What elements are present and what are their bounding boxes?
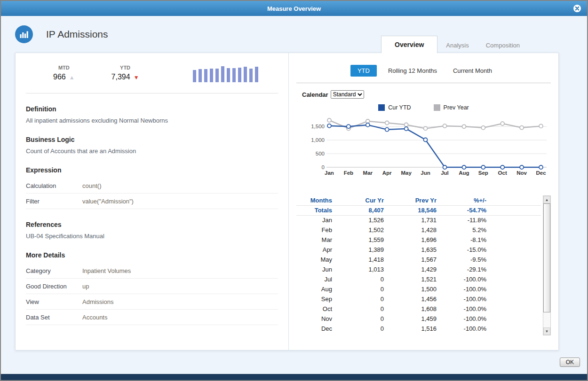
table-row: Feb1,5021,4285.2% [296, 225, 541, 235]
calendar-select[interactable]: Standard [331, 90, 364, 99]
detail-row-view: View Admissions [26, 294, 278, 310]
table-cell: 1,459 [386, 314, 438, 324]
svg-text:Jun: Jun [421, 170, 430, 176]
monthly-data-table: MonthsCur YrPrev Yr%+/-Totals8,40718,546… [296, 195, 541, 334]
table-cell: -100.0% [438, 294, 488, 304]
tab-composition[interactable]: Composition [477, 38, 528, 53]
table-row: Mar1,5591,696-8.1% [296, 235, 541, 245]
detail-row-data-set: Data Set Accounts [26, 310, 278, 325]
legend-item-prev-year: Prev Year [434, 104, 469, 111]
table-cell: Dec [296, 324, 334, 334]
mtd-label: MTD [53, 65, 75, 70]
table-cell: -11.8% [438, 215, 488, 225]
trend-line-chart: 05001,0001,500JanFebMarAprMayJunJulAugSe… [296, 112, 551, 184]
table-cell [488, 225, 541, 235]
table-cell: 1,429 [386, 264, 438, 274]
definition-heading: Definition [26, 105, 278, 113]
table-cell [488, 264, 541, 274]
tab-analysis[interactable]: Analysis [437, 38, 477, 53]
table-cell: 1,521 [386, 274, 438, 284]
scroll-up-icon[interactable]: ▲ [543, 196, 550, 203]
spark-bar [244, 67, 247, 82]
monthly-table-area: MonthsCur YrPrev Yr%+/-Totals8,40718,546… [296, 195, 551, 335]
tab-bar: Overview Analysis Composition [381, 36, 528, 53]
tab-overview[interactable]: Overview [381, 36, 437, 53]
expression-row-filter: Filter value("Admission") [26, 194, 278, 209]
table-cell: 5.2% [438, 225, 488, 235]
page-title: IP Admissions [46, 29, 108, 40]
legend-label: Cur YTD [388, 104, 411, 111]
table-cell: May [296, 255, 334, 264]
svg-text:0: 0 [322, 164, 325, 170]
scroll-down-icon[interactable]: ▼ [543, 327, 550, 335]
measure-overview-dialog: Measure Overview IP Admissions Overview … [0, 0, 588, 381]
svg-text:1,500: 1,500 [311, 124, 325, 129]
scroll-track[interactable] [543, 203, 550, 327]
row-value: Admissions [82, 298, 113, 305]
table-cell: 1,526 [334, 215, 386, 225]
trend-panel: YTD Rolling 12 Months Current Month Cale… [289, 53, 558, 350]
svg-text:Nov: Nov [516, 170, 527, 176]
table-row: May1,4181,567-9.5% [296, 255, 541, 264]
table-cell: -100.0% [438, 274, 488, 284]
svg-text:500: 500 [316, 151, 325, 156]
table-cell: -100.0% [438, 304, 488, 314]
svg-text:May: May [401, 170, 412, 176]
svg-text:Feb: Feb [344, 170, 353, 176]
table-cell: Jul [296, 274, 334, 284]
ok-button[interactable]: OK [560, 358, 580, 367]
up-triangle-icon: ▲ [69, 74, 75, 81]
spark-bar [227, 68, 230, 82]
summary-row: MTD 966▲ YTD 7,394▼ [26, 53, 278, 93]
down-triangle-icon: ▼ [134, 74, 139, 81]
subtab-rolling-12-months[interactable]: Rolling 12 Months [383, 65, 442, 77]
detail-row-good-direction: Good Direction up [26, 279, 278, 294]
spark-bar [238, 68, 241, 82]
measure-header: IP Admissions Overview Analysis Composit… [1, 16, 587, 53]
table-row: Jun1,0131,429-29.1% [296, 264, 541, 274]
table-scrollbar[interactable]: ▲ ▼ [543, 195, 551, 335]
cur-ytd-swatch-icon [378, 104, 385, 111]
table-cell: 0 [334, 274, 386, 284]
subtab-current-month[interactable]: Current Month [448, 65, 497, 77]
scroll-thumb[interactable] [543, 203, 550, 312]
panel-divider [296, 83, 551, 83]
svg-text:Jan: Jan [325, 170, 334, 176]
table-cell [488, 235, 541, 245]
more-details-heading: More Details [26, 251, 278, 259]
row-label: Data Set [26, 314, 82, 321]
references-text: UB-04 Specifications Manual [26, 233, 278, 240]
table-cell: -100.0% [438, 314, 488, 324]
table-cell: 0 [334, 304, 386, 314]
table-cell [488, 215, 541, 225]
svg-text:Mar: Mar [363, 170, 373, 176]
definition-section: Definition All inpatient admissions excl… [26, 105, 278, 124]
bottom-strip [1, 374, 587, 380]
table-cell: 1,418 [334, 255, 386, 264]
table-cell: 8,407 [334, 205, 386, 215]
table-row: Jan1,5261,731-11.8% [296, 215, 541, 225]
table-cell: 18,546 [386, 205, 438, 215]
table-cell: Jan [296, 215, 334, 225]
table-cell: 1,635 [386, 245, 438, 255]
table-cell: 0 [334, 314, 386, 324]
table-cell [488, 245, 541, 255]
calendar-row: Calendar Standard [302, 90, 551, 99]
dialog-titlebar[interactable]: Measure Overview [1, 1, 587, 16]
table-cell [488, 304, 541, 314]
table-row: Nov01,459-100.0% [296, 314, 541, 324]
close-icon[interactable] [573, 4, 581, 13]
table-cell: 0 [334, 294, 386, 304]
detail-row-category: Category Inpatient Volumes [26, 263, 278, 279]
table-cell: -9.5% [438, 255, 488, 264]
table-header: Months [296, 195, 334, 205]
table-row: Jul01,521-100.0% [296, 274, 541, 284]
table-cell: 1,500 [386, 284, 438, 294]
subtab-ytd[interactable]: YTD [350, 65, 377, 77]
spark-bar [204, 69, 207, 82]
row-value: Inpatient Volumes [82, 267, 131, 274]
svg-text:Apr: Apr [382, 170, 392, 176]
table-cell: Jun [296, 264, 334, 274]
table-cell: Nov [296, 314, 334, 324]
spark-bar [221, 66, 224, 82]
